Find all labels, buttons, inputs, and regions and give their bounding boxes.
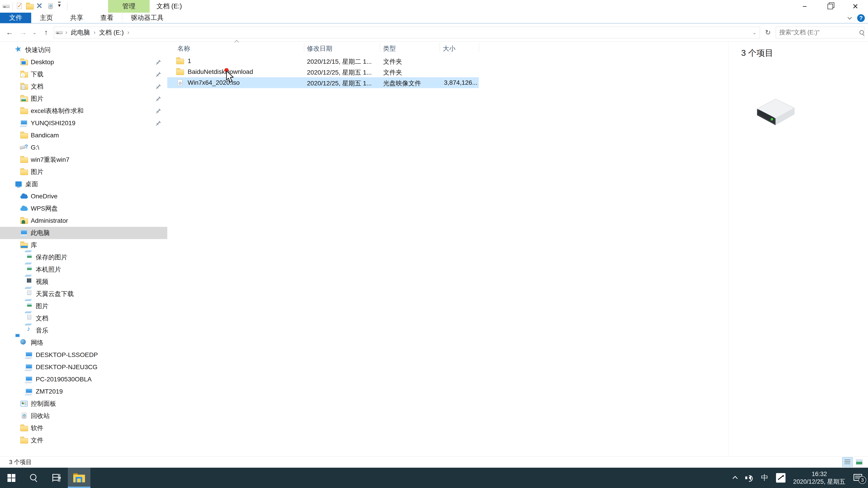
sidebar-item[interactable]: 网络 <box>0 337 167 349</box>
details-view-button[interactable] <box>842 457 852 467</box>
contextual-tab-manage[interactable]: 管理 <box>108 0 150 13</box>
sidebar-item-label: YUNQISHI2019 <box>31 120 75 127</box>
close-button[interactable] <box>843 0 868 13</box>
folder-icon <box>20 424 29 433</box>
sidebar-item[interactable]: win7重装win7 <box>0 154 167 166</box>
breadcrumb-segment[interactable]: 此电脑 <box>69 27 92 38</box>
sidebar-item[interactable]: 文档 <box>0 80 167 93</box>
sidebar-item[interactable]: Bandicam <box>0 129 167 141</box>
new-folder-button[interactable] <box>26 2 34 11</box>
tab-主页[interactable]: 主页 <box>31 13 61 23</box>
sidebar-item[interactable]: 保存的图片 <box>0 251 167 263</box>
file-row-name: BaiduNetdiskDownload <box>188 68 253 75</box>
expand-ribbon-chevron-icon[interactable] <box>847 15 852 20</box>
sidebar-item[interactable]: 图片 <box>0 93 167 105</box>
breadcrumb: 此电脑›文档 (E:)› <box>69 27 130 38</box>
search-input[interactable] <box>779 29 859 36</box>
sidebar-item[interactable]: DESKTOP-LSSOEDP <box>0 349 167 361</box>
help-icon[interactable]: ? <box>857 14 865 22</box>
task-view-button[interactable] <box>45 468 68 488</box>
column-header[interactable]: 修改日期 <box>307 44 332 53</box>
file-explorer-icon <box>73 473 85 482</box>
delete-button[interactable] <box>36 2 44 11</box>
search-box <box>776 27 864 38</box>
sidebar-item[interactable]: 软件 <box>0 422 167 434</box>
drive-large-icon <box>750 95 800 129</box>
ime-indicator[interactable]: 中 <box>761 473 768 483</box>
volume-icon[interactable] <box>745 475 753 481</box>
file-row-type: 光盘映像文件 <box>383 79 421 88</box>
sidebar-item[interactable]: 文档 <box>0 312 167 324</box>
sidebar-item[interactable]: excel表格制作求和 <box>0 105 167 117</box>
location-drive-icon <box>55 28 64 37</box>
lib-doc-icon <box>25 314 34 323</box>
sidebar-item[interactable]: Desktop <box>0 56 167 68</box>
recycle-button[interactable] <box>46 2 55 11</box>
system-menu-drive-icon[interactable] <box>2 2 10 11</box>
sidebar-item[interactable]: G:\ <box>0 141 167 154</box>
lib-music-icon <box>25 326 34 335</box>
sidebar-item[interactable]: OneDrive <box>0 190 167 202</box>
taskbar-search-button[interactable] <box>23 468 45 488</box>
hidden-icons-chevron-icon[interactable] <box>733 476 738 481</box>
thumbnail-view-button[interactable] <box>854 457 864 467</box>
sidebar-item-label: 文档 <box>36 314 49 323</box>
sidebar-item[interactable]: 文件 <box>0 434 167 447</box>
task-view-icon <box>53 474 61 482</box>
address-dropdown-chevron-icon[interactable]: ⌄ <box>751 27 758 38</box>
disc-icon <box>176 78 185 87</box>
sidebar-item[interactable]: Administrator <box>0 215 167 227</box>
pc-icon <box>20 228 29 237</box>
sidebar-item[interactable]: 图片 <box>0 166 167 178</box>
sidebar-item-label: 图片 <box>31 168 43 176</box>
forward-button[interactable]: → <box>17 27 29 38</box>
recent-locations-chevron-icon[interactable]: ⌄ <box>31 27 38 38</box>
column-header[interactable]: 大小 <box>443 44 456 53</box>
refresh-button[interactable]: ↻ <box>762 27 774 38</box>
file-explorer-taskbar-button[interactable] <box>68 468 90 488</box>
sidebar-item[interactable]: 快速访问 <box>0 44 167 56</box>
sidebar-item[interactable]: WPS网盘 <box>0 202 167 215</box>
sidebar-item[interactable]: YUNQISHI2019 <box>0 117 167 129</box>
sidebar-item[interactable]: 回收站 <box>0 410 167 422</box>
qat-customize-dropdown[interactable] <box>57 2 65 11</box>
breadcrumb-segment[interactable]: 文档 (E:) <box>97 27 126 38</box>
sidebar-item[interactable]: 视频 <box>0 275 167 288</box>
file-row[interactable]: 12020/12/15, 星期二 1...文件夹 <box>167 56 479 66</box>
column-header[interactable]: 名称 <box>178 44 190 53</box>
column-header[interactable]: 类型 <box>383 44 396 53</box>
sidebar-item[interactable]: PC-20190530OBLA <box>0 373 167 385</box>
pin-icon <box>156 71 161 77</box>
sidebar-item-label: 快速访问 <box>25 46 51 54</box>
taskbar-clock[interactable]: 16:32 2020/12/25, 星期五 <box>793 470 845 486</box>
sidebar-item[interactable]: 音乐 <box>0 324 167 337</box>
tab-驱动器工具[interactable]: 驱动器工具 <box>122 13 172 23</box>
tab-共享[interactable]: 共享 <box>61 13 92 23</box>
sidebar-item[interactable]: 图片 <box>0 300 167 312</box>
minimize-button[interactable] <box>792 0 817 13</box>
file-row[interactable]: BaiduNetdiskDownload2020/12/25, 星期五 1...… <box>167 66 479 77</box>
sidebar-item[interactable]: 库 <box>0 239 167 251</box>
sidebar-item[interactable]: 本机照片 <box>0 263 167 275</box>
up-button[interactable]: ↑ <box>40 27 52 38</box>
tab-查看[interactable]: 查看 <box>92 13 122 23</box>
sidebar-item[interactable]: 下载 <box>0 68 167 80</box>
properties-button[interactable] <box>15 2 23 11</box>
tray-app-icon[interactable] <box>776 473 785 483</box>
windows-logo-icon <box>7 474 16 482</box>
sidebar-item[interactable]: 此电脑 <box>0 227 167 239</box>
file-row[interactable]: Win7x64_2020.iso2020/12/25, 星期五 1...光盘映像… <box>167 77 479 88</box>
action-center-button[interactable]: 3 <box>853 474 863 482</box>
sidebar-item[interactable]: 桌面 <box>0 178 167 190</box>
column-divider[interactable] <box>304 42 304 52</box>
back-button[interactable]: ← <box>4 27 16 38</box>
address-box[interactable]: › 此电脑›文档 (E:)› ⌄ <box>54 27 760 38</box>
start-button[interactable] <box>0 468 23 488</box>
sidebar-item[interactable]: 控制面板 <box>0 398 167 410</box>
column-divider[interactable] <box>380 42 380 52</box>
sidebar-item[interactable]: 天翼云盘下载 <box>0 288 167 300</box>
sidebar-item[interactable]: DESKTOP-NJEU3CG <box>0 361 167 373</box>
sidebar-item[interactable]: ZMT2019 <box>0 385 167 398</box>
tab-file[interactable]: 文件 <box>0 13 31 23</box>
restore-button[interactable] <box>817 0 843 13</box>
